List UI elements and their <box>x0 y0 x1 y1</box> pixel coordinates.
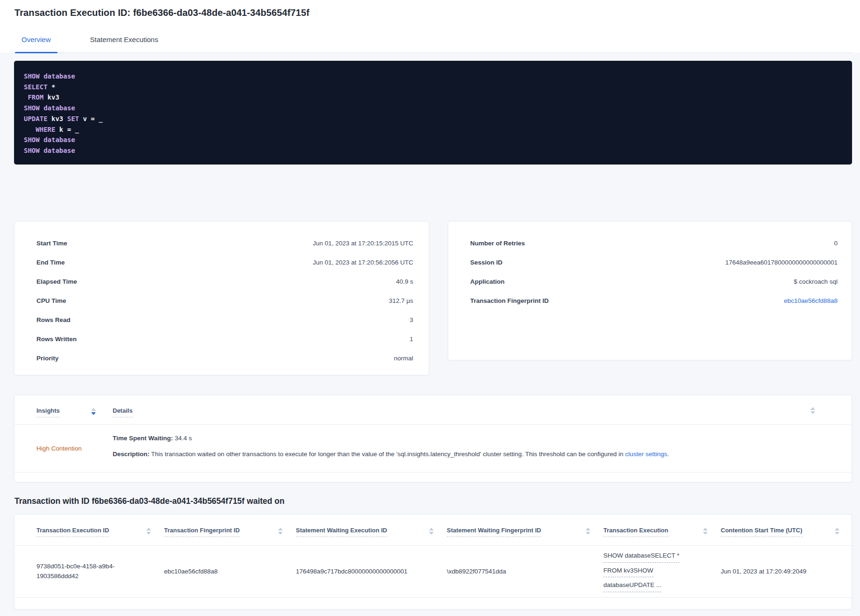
column-header-contention-start-time: Contention Start Time (UTC) <box>721 527 853 545</box>
column-label[interactable]: Transaction Execution ID <box>36 527 109 537</box>
waiting-label: Time Spent Waiting: <box>113 435 173 442</box>
column-label[interactable]: Transaction Execution <box>603 527 668 537</box>
sql-keyword: SELECT <box>24 83 51 91</box>
details-sort-header[interactable]: Details <box>113 407 133 417</box>
summary-row: Start Time Jun 01, 2023 at 17:20:15:2015… <box>36 234 413 253</box>
summary-row: Rows Read 3 <box>36 310 413 329</box>
sql-keyword: UPDATE <box>24 115 51 122</box>
column-label[interactable]: Statement Waiting Fingerprint ID <box>447 527 541 537</box>
time-spent-waiting-line: Time Spent Waiting: 34.4 s <box>113 434 824 443</box>
insights-sort-header[interactable]: Insights <box>36 407 60 417</box>
summary-row: Session ID 17648a9eea6017800000000000000… <box>470 253 838 272</box>
sql-keyword: WHERE <box>24 126 59 133</box>
cluster-settings-link[interactable]: cluster settings <box>625 451 667 458</box>
sort-arrows-icon[interactable] <box>91 408 96 415</box>
cell-statement-waiting-fingerprint-id: \xdb8922f077541dda <box>447 567 603 577</box>
column-header-transaction-execution-id: Transaction Execution ID <box>36 527 164 545</box>
transaction-execution-link[interactable]: SHOW databaseSELECT * <box>603 551 680 563</box>
sort-arrows-icon[interactable] <box>810 407 815 414</box>
transaction-execution-link[interactable]: databaseUPDATE ... <box>603 580 661 592</box>
column-header-transaction-fingerprint-id: Transaction Fingerprint ID <box>164 527 296 545</box>
column-header-statement-waiting-execution-id: Statement Waiting Execution ID <box>296 527 447 545</box>
sql-keyword: SHOW database <box>24 147 75 154</box>
column-label[interactable]: Statement Waiting Execution ID <box>296 527 387 537</box>
description-suffix: . <box>667 451 669 458</box>
page-header: Transaction Execution ID: f6be6366-da03-… <box>0 0 860 53</box>
sql-line: SHOW database <box>24 103 842 114</box>
sql-identifier: * <box>51 83 55 91</box>
summary-row: Priority normal <box>36 349 413 368</box>
sql-identifier: kv3 <box>51 115 67 122</box>
summary-card-times: Start Time Jun 01, 2023 at 17:20:15:2015… <box>14 221 429 375</box>
sort-arrows-icon[interactable] <box>586 528 590 535</box>
summary-row: Rows Written 1 <box>36 329 413 349</box>
sql-line: UPDATE kv3 SET v = _ <box>24 114 842 124</box>
transaction-details-page: Transaction Execution ID: f6be6366-da03-… <box>0 0 860 616</box>
summary-row: Transaction Fingerprint ID ebc10ae56cfd8… <box>470 291 838 310</box>
sql-keyword: SHOW database <box>24 104 75 112</box>
sql-keyword: SHOW database <box>24 72 75 80</box>
insights-table-card: Insights Details High Contention Time Sp… <box>14 395 852 482</box>
sort-arrows-icon[interactable] <box>703 528 708 535</box>
elapsed-time-label: Elapsed Time <box>36 278 77 285</box>
rows-read-value: 3 <box>409 316 413 323</box>
sql-line: FROM kv3 <box>24 92 842 103</box>
priority-label: Priority <box>36 355 58 362</box>
sql-identifier: kv3 <box>48 93 59 101</box>
session-id-label: Session ID <box>470 259 502 266</box>
insights-column-header: Insights <box>36 407 113 417</box>
sort-arrows-icon[interactable] <box>146 528 151 535</box>
tab-statement-executions[interactable]: Statement Executions <box>84 33 165 52</box>
txn-fingerprint-label: Transaction Fingerprint ID <box>470 297 549 304</box>
description-line: Description: This transaction waited on … <box>113 450 824 458</box>
txn-fingerprint-link[interactable]: ebc10ae56cfd88a8 <box>784 297 838 304</box>
retries-value: 0 <box>834 240 838 247</box>
session-id-value: 17648a9eea6017800000000000000001 <box>725 259 838 266</box>
high-contention-badge: High Contention <box>36 445 82 452</box>
sql-line: WHERE k = _ <box>24 124 842 135</box>
waited-on-table-card: Transaction Execution ID Transaction Fin… <box>14 514 852 609</box>
rows-written-label: Rows Written <box>36 336 77 343</box>
cell-contention-start-time: Jun 01, 2023 at 17:20:49:2049 <box>721 567 853 577</box>
rows-written-value: 1 <box>409 336 413 343</box>
details-column-header: Details <box>113 407 852 417</box>
sql-line: SHOW database <box>24 71 842 82</box>
description-text: This transaction waited on other transac… <box>150 451 625 458</box>
waiting-value: 34.4 s <box>173 435 192 442</box>
column-label[interactable]: Transaction Fingerprint ID <box>164 527 240 537</box>
end-time-label: End Time <box>36 259 65 266</box>
summary-card-session: Number of Retries 0 Session ID 17648a9ee… <box>448 221 852 360</box>
insight-row: High Contention Time Spent Waiting: 34.4… <box>14 425 852 473</box>
sql-identifier: k = _ <box>59 126 79 133</box>
tab-overview[interactable]: Overview <box>15 33 57 52</box>
elapsed-time-value: 40.9 s <box>396 278 413 285</box>
start-time-value: Jun 01, 2023 at 17:20:15:2015 UTC <box>313 240 413 247</box>
sql-line: SELECT * <box>24 82 842 93</box>
start-time-label: Start Time <box>36 240 67 247</box>
sort-arrows-icon[interactable] <box>429 528 434 535</box>
insight-details-cell: Time Spent Waiting: 34.4 s Description: … <box>113 425 852 472</box>
sql-identifier: v = _ <box>83 115 102 122</box>
description-label: Description: <box>113 451 150 458</box>
column-label[interactable]: Contention Start Time (UTC) <box>721 527 803 537</box>
end-time-value: Jun 01, 2023 at 17:20:56:2056 UTC <box>313 259 413 266</box>
insight-type-cell: High Contention <box>36 425 113 472</box>
rows-read-label: Rows Read <box>36 316 71 323</box>
summary-row: CPU Time 312.7 µs <box>36 291 413 310</box>
summary-row: Application $ cockroach sql <box>470 272 838 291</box>
insights-table-header: Insights Details <box>14 395 852 425</box>
cell-transaction-execution-id: 9738d051-bc0e-4158-a9b4-1903586ddd42 <box>36 562 164 581</box>
sort-arrows-icon[interactable] <box>278 528 283 535</box>
application-label: Application <box>470 278 505 285</box>
priority-value: normal <box>394 355 413 362</box>
retries-label: Number of Retries <box>470 240 525 247</box>
sort-arrows-icon[interactable] <box>835 528 839 535</box>
sql-line: SHOW database <box>24 135 842 145</box>
tab-bar: Overview Statement Executions <box>14 33 852 53</box>
cell-transaction-fingerprint-id: ebc10ae56cfd88a8 <box>164 567 296 577</box>
transaction-execution-link[interactable]: FROM kv3SHOW <box>603 566 653 578</box>
sql-line: SHOW database <box>24 145 842 156</box>
sql-keyword: FROM <box>24 93 48 101</box>
summary-row: End Time Jun 01, 2023 at 17:20:56:2056 U… <box>36 253 413 272</box>
cpu-time-value: 312.7 µs <box>389 297 413 304</box>
